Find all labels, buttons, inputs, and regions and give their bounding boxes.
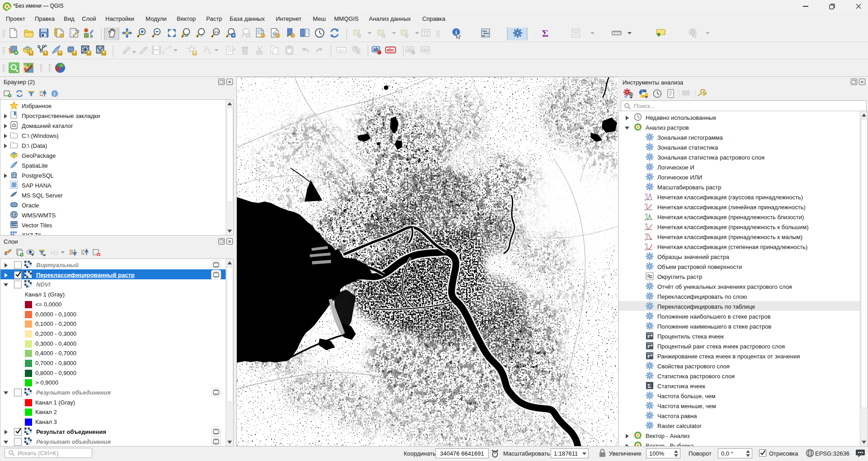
svg-text:i: i (455, 29, 457, 36)
svg-text:0: 0 (645, 238, 646, 241)
svg-text:0: 0 (645, 198, 646, 201)
svg-text:0: 0 (645, 208, 646, 211)
svg-text:Σ: Σ (647, 383, 651, 389)
svg-text:Σ: Σ (542, 28, 548, 39)
svg-text:1: 1 (645, 203, 646, 206)
svg-text:0: 0 (645, 228, 646, 231)
svg-text:*: * (73, 50, 75, 56)
svg-text:ab: ab (373, 47, 379, 52)
svg-text:P: P (647, 334, 651, 339)
svg-text:0: 0 (645, 218, 646, 221)
svg-text:1:1: 1:1 (214, 30, 219, 33)
svg-text:0: 0 (645, 248, 646, 251)
svg-text:*: * (193, 50, 196, 56)
svg-text:a: a (90, 33, 93, 38)
svg-text:*: * (44, 50, 47, 56)
svg-text:*: * (59, 50, 61, 56)
svg-text:*: * (30, 50, 32, 56)
svg-text:abc: abc (338, 48, 345, 52)
svg-text:ε: ε (51, 249, 53, 255)
svg-text:*: * (103, 50, 105, 56)
svg-text:1: 1 (645, 243, 646, 245)
svg-text:1: 1 (645, 233, 646, 235)
svg-text:P: P (647, 343, 651, 349)
svg-text:1: 1 (645, 193, 646, 196)
svg-text:ab: ab (407, 47, 413, 52)
svg-text:i: i (54, 91, 55, 96)
svg-text:*: * (88, 50, 90, 56)
svg-text:P: P (647, 353, 651, 359)
svg-text:1: 1 (645, 213, 646, 216)
svg-text:1: 1 (645, 223, 646, 226)
svg-text:abc: abc (387, 47, 395, 52)
